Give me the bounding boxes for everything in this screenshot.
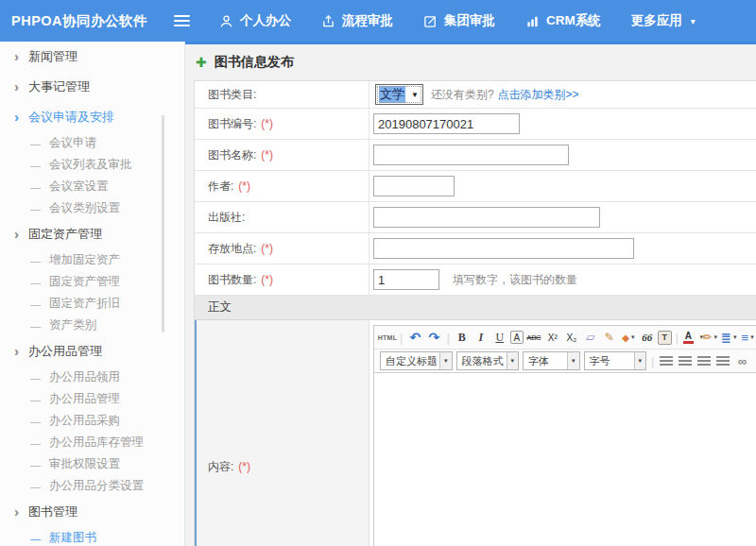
caret-down-icon: ▾ <box>507 352 519 369</box>
required-mark: (*) <box>238 460 250 473</box>
required-mark: (*) <box>261 148 273 162</box>
sidebar-item-asset-depreciation[interactable]: — 固定资产折旧 <box>0 293 184 315</box>
chevron-right-icon: › <box>14 51 19 62</box>
dash-icon: — <box>30 203 41 214</box>
sidebar-group-assets[interactable]: › 固定资产管理 <box>0 219 184 249</box>
sidebar-item-approval-permission[interactable]: — 审批权限设置 <box>0 453 184 475</box>
author-label: 作者: <box>208 179 233 195</box>
nav-crm-system[interactable]: CRM系统 <box>525 12 601 29</box>
paste-from-word-icon[interactable]: T <box>658 331 672 345</box>
undo-icon[interactable]: ↶ <box>406 329 423 347</box>
nav-personal-office[interactable]: 个人办公 <box>219 12 291 29</box>
ordered-list-dropdown[interactable]: ≣ ▾ <box>720 329 737 347</box>
user-icon <box>219 14 233 28</box>
sidebar-item-supply-purchase[interactable]: — 办公用品采购 <box>0 410 184 432</box>
chevron-right-icon: › <box>14 81 19 93</box>
align-left-icon[interactable] <box>658 352 675 370</box>
nav-process-approval[interactable]: 流程审批 <box>321 12 393 29</box>
html-source-button[interactable]: HTML <box>379 329 396 347</box>
bold-button[interactable]: B <box>454 329 471 347</box>
name-label: 图书名称: <box>208 147 256 163</box>
sidebar-item-supply-claim[interactable]: — 办公用品领用 <box>0 367 184 388</box>
sidebar-item-supply-manage[interactable]: — 办公用品管理 <box>0 388 184 410</box>
format-brush-icon[interactable]: ✎ <box>601 329 618 347</box>
dash-icon: — <box>30 320 41 332</box>
editor-canvas[interactable] <box>374 373 756 546</box>
dash-icon: — <box>30 138 41 149</box>
dash-icon: — <box>30 160 41 171</box>
dash-icon: — <box>30 437 41 449</box>
highlight-dropdown[interactable]: ✏ ▾ <box>701 329 718 347</box>
sidebar-item-meeting-list[interactable]: — 会议列表及审批 <box>0 154 184 176</box>
align-justify-icon[interactable] <box>714 352 731 370</box>
author-input[interactable] <box>373 176 455 196</box>
palette-icon: ◆ <box>622 333 629 343</box>
palette-dropdown[interactable]: ◆ ▾ <box>620 329 637 347</box>
sidebar-item-asset-manage[interactable]: — 固定资产管理 <box>0 271 184 293</box>
topbar: PHPOA协同办公软件 个人办公 流程审批 <box>0 0 756 42</box>
align-right-icon[interactable] <box>696 352 713 370</box>
insert-link-icon[interactable]: ∞ <box>733 352 750 370</box>
blockquote-button[interactable]: 66 <box>639 329 656 347</box>
publisher-label: 出版社: <box>208 210 245 226</box>
font-color-dropdown[interactable]: A ▾ <box>682 329 699 347</box>
unordered-list-dropdown[interactable]: ≡ ▾ <box>739 329 756 347</box>
paragraph-format-dropdown[interactable]: 段落格式 ▾ <box>456 351 520 370</box>
editor-toolbar-row1: HTML | ↶ ↷ | B I U A ABC X² X₂ ▱ <box>374 326 756 349</box>
remove-format-icon[interactable]: ▱ <box>582 329 599 347</box>
sidebar-item-asset-add[interactable]: — 增加固定资产 <box>0 249 184 271</box>
form-row-quantity: 图书数量: (*) 填写数字，该图书的数量 <box>195 264 756 296</box>
content-label: 内容: <box>208 459 233 475</box>
font-family-dropdown[interactable]: 字体 ▾ <box>523 351 580 370</box>
rich-text-editor: HTML | ↶ ↷ | B I U A ABC X² X₂ ▱ <box>369 320 756 546</box>
superscript-button[interactable]: X² <box>544 329 561 347</box>
sidebar-item-asset-category[interactable]: — 资产类别 <box>0 315 184 336</box>
sidebar-group-supplies[interactable]: › 办公用品管理 <box>0 336 184 367</box>
code-input[interactable] <box>373 113 520 134</box>
dash-icon: — <box>30 481 41 492</box>
plus-icon: ✚ <box>196 55 207 70</box>
unordered-list-icon: ≡ <box>742 331 749 345</box>
name-input[interactable] <box>373 145 569 165</box>
sidebar: › 新闻管理 › 大事记管理 › 会议申请及安排 — 会议申请 — 会议列表及审… <box>0 42 185 546</box>
caret-down-icon: ▾ <box>631 333 635 341</box>
subscript-button[interactable]: X₂ <box>563 329 580 347</box>
sidebar-item-supply-stock[interactable]: — 办公用品库存管理 <box>0 432 184 453</box>
location-input[interactable] <box>373 238 634 259</box>
sidebar-item-book-new[interactable]: — 新建图书 <box>0 527 184 546</box>
highlight-pen-icon: ✏ <box>702 331 712 344</box>
sidebar-item-supply-category[interactable]: — 办公用品分类设置 <box>0 475 184 497</box>
menu-toggle-icon[interactable] <box>174 15 193 26</box>
nav-more-apps[interactable]: 更多应用 ▾ <box>631 12 696 29</box>
caret-down-icon: ▾ <box>634 352 646 369</box>
sidebar-group-meetings[interactable]: › 会议申请及安排 <box>0 102 184 132</box>
caret-down-icon: ▾ <box>713 333 717 341</box>
redo-icon[interactable]: ↷ <box>425 329 442 347</box>
italic-button[interactable]: I <box>472 329 490 347</box>
sidebar-group-news[interactable]: › 新闻管理 <box>0 42 184 72</box>
main-content: ✚ 图书信息发布 图书类目: 文学 ▼ 还没有类别? 点击添加类别>> 图 <box>185 42 756 546</box>
sidebar-scrollbar[interactable] <box>162 115 164 333</box>
sidebar-group-events[interactable]: › 大事记管理 <box>0 72 184 102</box>
custom-title-dropdown[interactable]: 自定义标题 ▾ <box>380 351 453 370</box>
remove-link-icon[interactable]: ⊘ <box>752 352 756 370</box>
font-style-button[interactable]: A <box>510 331 524 344</box>
quantity-hint: 填写数字，该图书的数量 <box>453 272 577 288</box>
category-label: 图书类目: <box>208 87 256 103</box>
add-category-link[interactable]: 点击添加类别>> <box>498 87 579 103</box>
sidebar-item-meeting-category[interactable]: — 会议类别设置 <box>0 197 184 219</box>
select-caret-icon: ▼ <box>411 91 419 99</box>
font-size-dropdown[interactable]: 字号 ▾ <box>584 351 647 370</box>
align-center-icon[interactable] <box>677 352 694 370</box>
category-select[interactable]: 文学 ▼ <box>375 84 423 105</box>
quantity-input[interactable] <box>373 269 439 290</box>
required-mark: (*) <box>261 117 273 130</box>
nav-group-approval[interactable]: 集团审批 <box>423 12 495 29</box>
sidebar-group-books[interactable]: › 图书管理 <box>0 497 184 527</box>
publisher-input[interactable] <box>373 207 600 228</box>
strikethrough-button[interactable]: ABC <box>525 329 542 347</box>
form-row-location: 存放地点: (*) <box>195 233 756 264</box>
underline-button[interactable]: U <box>491 329 508 347</box>
sidebar-item-meeting-room[interactable]: — 会议室设置 <box>0 176 184 197</box>
sidebar-item-meeting-apply[interactable]: — 会议申请 <box>0 132 184 154</box>
